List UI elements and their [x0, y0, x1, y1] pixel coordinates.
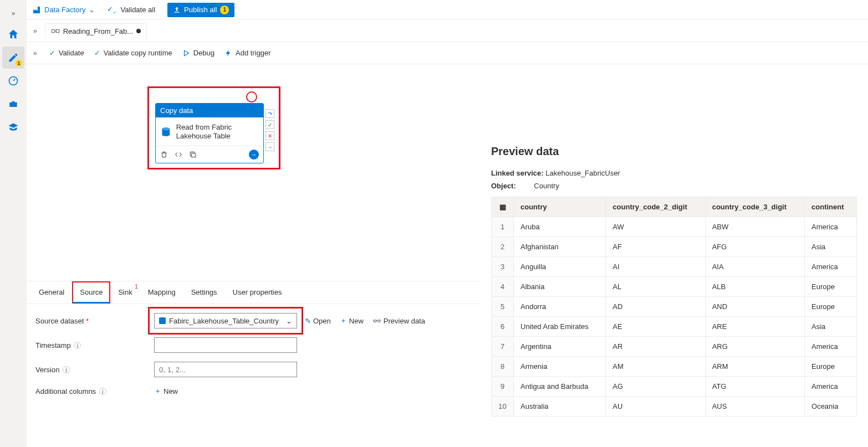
cell-code2: AL — [606, 277, 705, 297]
cell-continent: America — [805, 217, 857, 237]
table-row[interactable]: 6United Arab EmiratesAEAREAsia — [492, 317, 857, 337]
editor-tab-pipeline[interactable]: Reading_From_Fab... — [45, 23, 147, 39]
add-trigger-button[interactable]: Add trigger — [224, 49, 271, 57]
rail-expand-toggle[interactable]: » — [0, 4, 27, 22]
rail-home[interactable] — [2, 23, 24, 45]
plus-icon: ＋ — [340, 316, 347, 326]
sidebar-collapse-toggle[interactable]: » — [31, 25, 39, 37]
data-factory-selector[interactable]: Data Factory ⌄ — [32, 6, 95, 14]
tab-mapping[interactable]: Mapping — [140, 281, 183, 304]
cell-code3: AND — [705, 297, 804, 317]
cell-code2: AU — [606, 397, 705, 417]
port-skip[interactable]: → — [265, 142, 274, 151]
col-code3[interactable]: country_code_3_digit — [705, 197, 804, 217]
tab-user-properties[interactable]: User properties — [225, 281, 290, 304]
annotation-circle — [246, 91, 257, 102]
table-row[interactable]: 7ArgentinaARARGAmerica — [492, 337, 857, 357]
app-name: Data Factory — [44, 6, 85, 14]
port-success[interactable]: ✓ — [265, 120, 274, 129]
table-row[interactable]: 5AndorraADANDEurope — [492, 297, 857, 317]
dataset-icon — [159, 317, 166, 324]
cell-code3: AUS — [705, 397, 804, 417]
chevron-down-icon: ⌄ — [286, 317, 292, 325]
validate-copy-runtime-button[interactable]: ✓ Validate copy runtime — [94, 49, 172, 57]
publish-all-button[interactable]: Publish all 1 — [167, 3, 234, 17]
editor-tabbar: » Reading_From_Fab... — [27, 20, 868, 42]
row-number: 5 — [492, 297, 514, 317]
preview-data-button[interactable]: 👓 Preview data — [372, 316, 425, 326]
factory-icon — [32, 6, 41, 14]
cell-continent: Europe — [805, 357, 857, 377]
table-row[interactable]: 8ArmeniaAMARMEurope — [492, 357, 857, 377]
cell-country: Antigua and Barbuda — [514, 377, 606, 397]
port-completion[interactable]: ↷ — [265, 109, 274, 118]
row-number: 6 — [492, 317, 514, 337]
preview-table: ▦ country country_code_2_digit country_c… — [491, 197, 857, 417]
copy-data-activity[interactable]: Copy data Read from Fabric Lakehouse Tab… — [155, 103, 264, 163]
activity-title: Read from Fabric Lakehouse Table — [176, 123, 259, 140]
publish-badge: 1 — [220, 6, 229, 14]
rail-learn[interactable] — [2, 116, 24, 138]
cell-country: Australia — [514, 397, 606, 417]
info-icon[interactable]: i — [99, 388, 106, 395]
validate-button[interactable]: ✓ Validate — [49, 49, 84, 57]
new-dataset-button[interactable]: ＋ New — [340, 316, 364, 326]
svg-point-6 — [162, 127, 170, 130]
row-number: 10 — [492, 397, 514, 417]
validate-all-button[interactable]: ✓✓ Validate all — [103, 3, 160, 17]
glasses-icon: 👓 — [372, 317, 381, 325]
checkmark-icon: ✓ — [49, 49, 55, 57]
col-code2[interactable]: country_code_2_digit — [606, 197, 705, 217]
cell-continent: Europe — [805, 277, 857, 297]
table-row[interactable]: 3AnguillaAIAIAAmerica — [492, 257, 857, 277]
source-panel-content: Source dataset * Fabirc_Lakehouse_Table_… — [27, 304, 480, 414]
rail-monitor[interactable] — [2, 70, 24, 92]
port-failure[interactable]: ✕ — [265, 131, 274, 140]
cell-code2: AM — [606, 357, 705, 377]
arrow-right-icon[interactable]: → — [249, 150, 259, 160]
cell-country: Anguilla — [514, 257, 606, 277]
row-number: 2 — [492, 237, 514, 257]
preview-linked-service: Linked service: Lakehouse_FabricUser — [491, 169, 857, 177]
timestamp-input[interactable] — [154, 337, 297, 353]
rail-author[interactable]: 1 — [2, 47, 24, 69]
timestamp-label: Timestamp i — [35, 341, 146, 350]
plus-icon: ＋ — [154, 386, 161, 396]
info-icon[interactable]: i — [63, 366, 70, 373]
col-country[interactable]: country — [514, 197, 606, 217]
row-number: 7 — [492, 337, 514, 357]
table-row[interactable]: 1ArubaAWABWAmerica — [492, 217, 857, 237]
workspace: Copy data Read from Fabric Lakehouse Tab… — [27, 64, 868, 447]
activities-collapse-toggle[interactable]: » — [31, 47, 39, 59]
version-input[interactable] — [154, 362, 297, 377]
col-continent[interactable]: continent — [805, 197, 857, 217]
table-row[interactable]: 4AlbaniaALALBEurope — [492, 277, 857, 297]
play-icon — [182, 49, 190, 57]
table-row[interactable]: 2AfghanistanAFAFGAsia — [492, 237, 857, 257]
source-dataset-select[interactable]: Fabirc_Lakehouse_Table_Country ⌄ — [154, 313, 297, 328]
tab-source[interactable]: Source — [72, 281, 110, 304]
cell-country: United Arab Emirates — [514, 317, 606, 337]
add-column-button[interactable]: ＋ New — [154, 386, 178, 396]
table-header-row: ▦ country country_code_2_digit country_c… — [492, 197, 857, 217]
svg-rect-1 — [52, 29, 54, 32]
checkmark-icon: ✓ — [94, 49, 100, 57]
copy-icon[interactable] — [189, 151, 197, 158]
cell-country: Argentina — [514, 337, 606, 357]
tab-sink[interactable]: Sink 1 — [110, 281, 140, 304]
tab-settings[interactable]: Settings — [183, 281, 225, 304]
delete-icon[interactable] — [160, 151, 168, 158]
tab-general[interactable]: General — [31, 281, 72, 304]
preview-title: Preview data — [491, 145, 857, 158]
rail-manage[interactable] — [2, 93, 24, 115]
cell-code3: ARG — [705, 337, 804, 357]
table-row[interactable]: 10AustraliaAUAUSOceania — [492, 397, 857, 417]
info-icon[interactable]: i — [74, 342, 81, 349]
code-icon[interactable] — [175, 151, 182, 158]
debug-button[interactable]: Debug — [182, 49, 215, 57]
cell-country: Aruba — [514, 217, 606, 237]
open-dataset-button[interactable]: ✎ Open — [305, 316, 331, 326]
table-row[interactable]: 9Antigua and BarbudaAGATGAmerica — [492, 377, 857, 397]
cell-code3: ALB — [705, 277, 804, 297]
cell-code3: AIA — [705, 257, 804, 277]
